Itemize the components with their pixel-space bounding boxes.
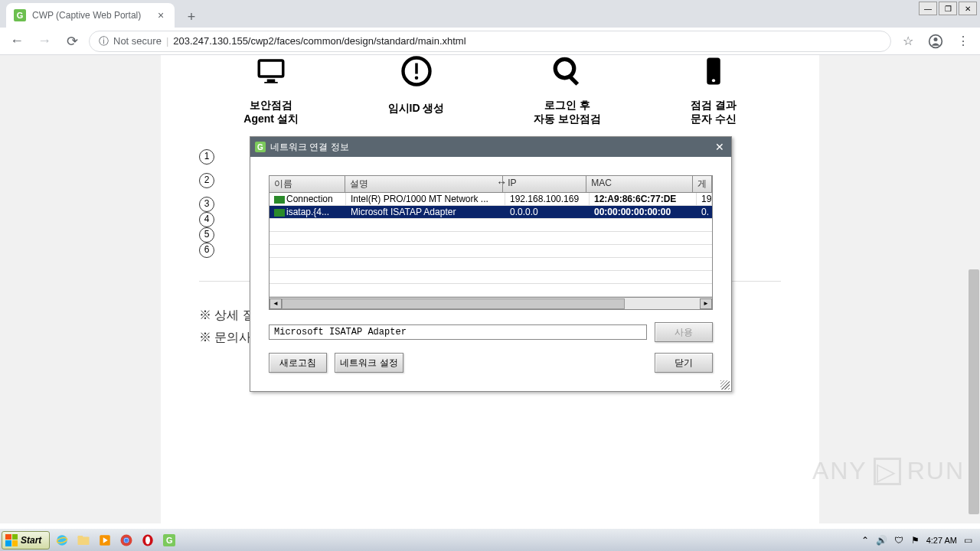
tray-flag-icon[interactable]: ⚑ [910,534,922,546]
dialog-title-text: 네트워크 연결 정보 [270,141,349,154]
new-tab-button[interactable]: + [181,6,202,28]
start-button[interactable]: Start [2,531,50,549]
tray-desktop-icon[interactable]: ▭ [962,534,974,546]
step-4: 점검 결과 문자 수신 [691,55,737,126]
nav-reload-icon[interactable]: ⟳ [61,31,83,52]
col-name-header[interactable]: 이름 [270,176,345,192]
col-desc-header[interactable]: 설명↔ [345,176,503,192]
security-status: Not secure [113,35,162,47]
svg-rect-4 [264,82,278,83]
svg-rect-14 [78,536,90,545]
play-icon: ▷ [874,458,901,485]
profile-icon[interactable] [925,31,946,52]
info-icon: ⓘ [99,34,109,48]
svg-point-11 [712,79,715,82]
col-mac-header[interactable]: MAC [586,176,693,192]
url-text: 203.247.130.155/cwp2/faces/common/design… [173,35,466,47]
tray-volume-icon[interactable]: 🔊 [876,534,888,546]
svg-rect-15 [78,536,83,538]
svg-point-7 [414,76,418,80]
taskbar-explorer-icon[interactable] [74,531,93,549]
dialog-favicon-icon: G [255,142,266,152]
url-input[interactable]: ⓘ Not secure | 203.247.130.155/cwp2/face… [89,31,891,52]
svg-rect-2 [259,60,283,77]
col-ip-header[interactable]: IP [503,176,586,192]
svg-point-20 [125,538,129,542]
taskbar-ie-icon[interactable] [53,531,71,549]
bookmark-star-icon[interactable]: ☆ [897,31,919,52]
svg-rect-6 [415,64,418,74]
nav-back-icon[interactable]: ← [6,31,28,52]
scroll-left-icon[interactable]: ◄ [270,298,282,309]
dialog-titlebar[interactable]: G 네트워크 연결 정보 ✕ [250,137,731,157]
network-settings-button[interactable]: 네트워크 설정 [335,353,403,373]
phone-icon [691,55,737,94]
step-1: 보안점검 Agent 설치 [243,55,299,126]
table-row-selected[interactable]: isatap.{4... Microsoft ISATAP Adapter 0.… [270,206,712,219]
search-icon [534,55,601,94]
network-table: 이름 설명↔ IP MAC 게 Connection Intel(R) PRO/… [269,175,713,310]
scroll-thumb-h[interactable] [282,298,625,309]
svg-point-22 [145,536,150,544]
taskbar: Start G ⌃ 🔊 🛡 ⚑ 4:27 AM ▭ [0,528,980,551]
step-3: 로그인 후 자동 보안점검 [534,55,601,126]
detail-input[interactable] [269,324,647,340]
window-close-icon[interactable]: ✕ [959,2,977,15]
tray-shield-icon[interactable]: 🛡 [893,534,905,546]
address-bar: ← → ⟳ ⓘ Not secure | 203.247.130.155/cwp… [0,28,980,55]
kebab-menu-icon[interactable]: ⋮ [952,31,974,52]
nav-forward-icon: → [34,31,55,52]
system-tray: ⌃ 🔊 🛡 ⚑ 4:27 AM ▭ [859,534,978,546]
column-resize-icon[interactable]: ↔ [496,176,507,188]
watermark: ANY ▷ RUN [812,457,965,485]
svg-point-1 [934,37,938,41]
table-header: 이름 설명↔ IP MAC 게 [270,176,712,193]
col-last-header[interactable]: 게 [693,176,712,192]
monitor-icon [243,55,299,94]
id-icon [388,55,445,94]
taskbar-app-icon[interactable]: G [160,531,178,549]
nic-icon [274,196,285,204]
tab-title: CWP (Captive Web Portal) [32,10,141,21]
vertical-scrollbar[interactable] [968,55,980,523]
tray-clock[interactable]: 4:27 AM [926,536,957,545]
resize-grip-icon[interactable] [720,380,730,390]
scroll-right-icon[interactable]: ► [700,298,712,309]
list-number: 6 [199,243,214,258]
tab-close-icon[interactable]: × [155,9,167,21]
taskbar-opera-icon[interactable] [139,531,157,549]
dialog-close-icon[interactable]: ✕ [713,140,727,154]
browser-tab-strip: G CWP (Captive Web Portal) × + — ❐ ✕ [0,0,980,28]
page-viewport: 보안점검 Agent 설치 임시ID 생성 로그인 후 자동 보안점검 점검 결… [0,55,980,523]
window-maximize-icon[interactable]: ❐ [939,2,957,15]
step-2: 임시ID 생성 [388,55,445,126]
window-minimize-icon[interactable]: — [919,2,937,15]
table-h-scrollbar[interactable]: ◄ ► [270,297,712,309]
refresh-button[interactable]: 새로고침 [269,353,327,373]
taskbar-media-icon[interactable] [96,531,114,549]
tray-expand-icon[interactable]: ⌃ [859,534,871,546]
nic-icon [274,209,285,217]
taskbar-chrome-icon[interactable] [117,531,136,549]
list-number: 2 [199,173,214,188]
network-info-dialog: G 네트워크 연결 정보 ✕ 이름 설명↔ IP MAC 게 Connectio… [250,136,732,392]
svg-rect-3 [267,80,276,83]
tab-favicon-icon: G [14,9,26,21]
scroll-thumb[interactable] [969,269,979,514]
svg-point-12 [57,535,68,546]
close-button[interactable]: 닫기 [655,353,713,373]
svg-point-8 [555,59,574,78]
list-number: 1 [199,149,214,165]
windows-logo-icon [5,534,18,546]
table-row[interactable]: Connection Intel(R) PRO/1000 MT Network … [270,193,712,206]
svg-rect-9 [569,75,580,86]
use-button[interactable]: 사용 [655,322,713,342]
browser-tab[interactable]: G CWP (Captive Web Portal) × [6,3,175,28]
